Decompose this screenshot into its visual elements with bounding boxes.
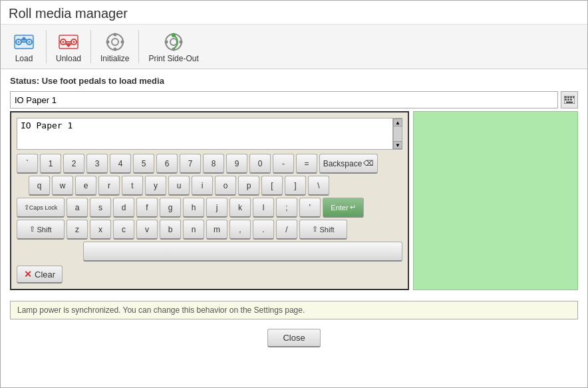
key-9[interactable]: 9 xyxy=(226,154,247,174)
key-k[interactable]: k xyxy=(229,198,251,218)
keyboard-textarea[interactable]: IO Paper 1 xyxy=(17,118,393,150)
media-name-row xyxy=(10,91,578,108)
svg-point-15 xyxy=(120,41,124,44)
print-side-out-label: Print Side-Out xyxy=(148,54,198,63)
caps-lock-icon: ⇪ xyxy=(24,204,29,211)
load-icon xyxy=(12,30,36,54)
key-lbracket[interactable]: [ xyxy=(261,176,283,196)
enter-arrow-icon: ↵ xyxy=(350,203,356,212)
key-c[interactable]: c xyxy=(113,220,134,240)
svg-rect-24 xyxy=(565,97,567,98)
keyboard-scrollbar: ▲ ▼ xyxy=(393,118,402,150)
svg-rect-31 xyxy=(566,102,573,104)
key-j[interactable]: j xyxy=(206,198,227,218)
key-i[interactable]: i xyxy=(192,176,213,196)
svg-point-11 xyxy=(112,39,118,45)
backspace-label: Backspace xyxy=(323,159,363,168)
scroll-up-button[interactable]: ▲ xyxy=(393,118,402,126)
info-panel: Lamp power is synchronized. You can chan… xyxy=(10,301,578,319)
clear-button[interactable]: ✕ Clear xyxy=(17,266,63,284)
key-2[interactable]: 2 xyxy=(63,154,84,174)
key-l[interactable]: l xyxy=(253,198,274,218)
key-6[interactable]: 6 xyxy=(156,154,178,174)
key-minus[interactable]: - xyxy=(273,154,294,174)
load-label: Load xyxy=(15,54,33,63)
key-w[interactable]: w xyxy=(52,176,73,196)
keyboard-panel: IO Paper 1 ▲ ▼ ` 1 2 3 4 xyxy=(10,111,409,290)
svg-rect-30 xyxy=(570,99,572,101)
key-h[interactable]: h xyxy=(183,198,204,218)
svg-point-7 xyxy=(63,41,65,43)
key-o[interactable]: o xyxy=(215,176,236,196)
scroll-down-button[interactable]: ▼ xyxy=(393,141,402,149)
key-s[interactable]: s xyxy=(90,198,111,218)
key-equals[interactable]: = xyxy=(296,154,317,174)
key-e[interactable]: e xyxy=(75,176,96,196)
shift-left-key[interactable]: ⇧ Shift xyxy=(17,220,65,240)
load-button[interactable]: Load xyxy=(6,27,42,66)
svg-point-9 xyxy=(73,41,75,43)
main-area: IO Paper 1 ▲ ▼ ` 1 2 3 4 xyxy=(10,111,578,290)
key-backslash[interactable]: \ xyxy=(308,176,329,196)
key-y[interactable]: y xyxy=(145,176,166,196)
enter-key[interactable]: Enter ↵ xyxy=(323,198,364,218)
key-f[interactable]: f xyxy=(136,198,158,218)
svg-point-4 xyxy=(29,41,31,43)
key-p[interactable]: p xyxy=(238,176,259,196)
key-q[interactable]: q xyxy=(29,176,50,196)
main-window: Roll media manager Load xyxy=(0,0,588,388)
key-r[interactable]: r xyxy=(98,176,120,196)
key-3[interactable]: 3 xyxy=(86,154,108,174)
backspace-key[interactable]: Backspace ⌫ xyxy=(319,154,378,174)
key-x[interactable]: x xyxy=(90,220,111,240)
key-4[interactable]: 4 xyxy=(110,154,131,174)
key-d[interactable]: d xyxy=(113,198,134,218)
key-7[interactable]: 7 xyxy=(180,154,201,174)
space-key[interactable] xyxy=(83,242,402,262)
info-text: Lamp power is synchronized. You can chan… xyxy=(17,305,305,315)
key-row-4: ⇧ Shift z x c v b n m , . / xyxy=(17,220,402,240)
print-side-out-button[interactable]: Print Side-Out xyxy=(143,27,204,66)
backspace-arrow-icon: ⌫ xyxy=(363,159,374,168)
key-t[interactable]: t xyxy=(122,176,143,196)
key-g[interactable]: g xyxy=(160,198,181,218)
key-slash[interactable]: / xyxy=(276,220,297,240)
close-button[interactable]: Close xyxy=(267,329,321,347)
key-semicolon[interactable]: ; xyxy=(276,198,297,218)
svg-point-17 xyxy=(170,39,177,45)
key-a[interactable]: a xyxy=(67,198,88,218)
page-title: Roll media manager xyxy=(9,6,579,21)
key-quote[interactable]: ' xyxy=(299,198,321,218)
svg-point-20 xyxy=(165,41,168,44)
key-v[interactable]: v xyxy=(136,220,158,240)
key-b[interactable]: b xyxy=(160,220,181,240)
svg-rect-25 xyxy=(567,97,569,98)
key-rbracket[interactable]: ] xyxy=(285,176,306,196)
green-panel xyxy=(413,111,578,290)
key-backtick[interactable]: ` xyxy=(17,154,38,174)
svg-rect-27 xyxy=(573,97,574,98)
close-row: Close xyxy=(1,319,587,357)
key-z[interactable]: z xyxy=(67,220,88,240)
key-1[interactable]: 1 xyxy=(40,154,61,174)
shift-right-key[interactable]: ⇧ Shift xyxy=(299,220,347,240)
key-5[interactable]: 5 xyxy=(133,154,154,174)
caps-lock-key[interactable]: ⇪ Caps Lock xyxy=(17,198,65,218)
content-area: Status: Use foot pedals to load media xyxy=(1,69,587,301)
unload-icon xyxy=(57,30,80,54)
key-comma[interactable]: , xyxy=(229,220,251,240)
unload-button[interactable]: Unload xyxy=(51,27,86,66)
key-u[interactable]: u xyxy=(168,176,190,196)
key-0[interactable]: 0 xyxy=(249,154,271,174)
toolbar-divider-2 xyxy=(90,30,91,63)
key-n[interactable]: n xyxy=(183,220,204,240)
keyboard-toggle-button[interactable] xyxy=(561,91,578,108)
media-name-input[interactable] xyxy=(10,91,558,108)
clear-x-icon: ✕ xyxy=(24,269,32,280)
key-8[interactable]: 8 xyxy=(203,154,224,174)
key-period[interactable]: . xyxy=(253,220,274,240)
svg-point-10 xyxy=(107,34,123,50)
initialize-button[interactable]: Initialize xyxy=(95,27,134,66)
shift-right-icon: ⇧ xyxy=(312,225,318,234)
key-m[interactable]: m xyxy=(206,220,227,240)
